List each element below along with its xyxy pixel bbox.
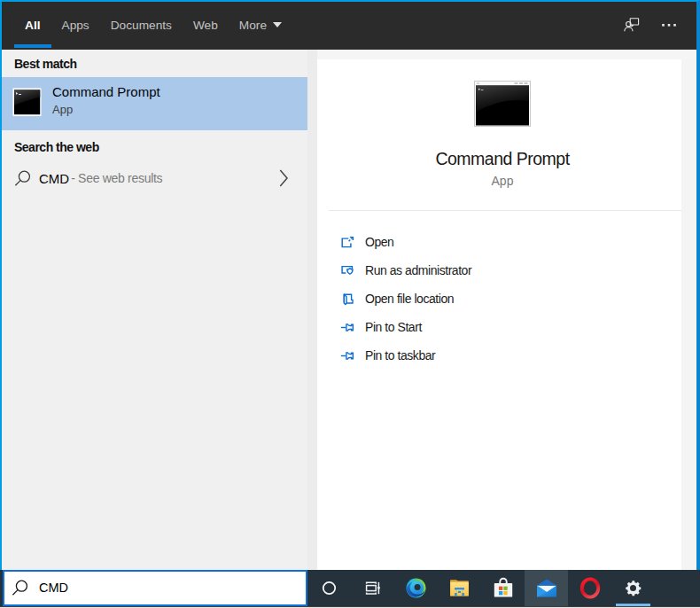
- action-run-as-administrator-label: Run as administrator: [365, 263, 471, 277]
- panel-gutter: [307, 50, 317, 570]
- search-icon: [14, 170, 31, 187]
- tab-all[interactable]: All: [14, 1, 51, 49]
- mail-button[interactable]: [525, 570, 568, 606]
- store-button[interactable]: [481, 570, 525, 606]
- chevron-right-icon: [279, 169, 289, 188]
- tab-web[interactable]: Web: [183, 1, 229, 49]
- store-icon: [492, 577, 515, 599]
- action-open-label: Open: [365, 235, 393, 249]
- settings-button[interactable]: [611, 570, 655, 606]
- search-flyout: All Apps Documents Web More: [0, 0, 700, 570]
- pin-icon: [340, 348, 355, 363]
- tab-apps-label: Apps: [62, 19, 89, 32]
- best-match-header: Best match: [2, 50, 307, 77]
- web-search-query: CMD: [39, 171, 69, 186]
- action-pin-to-start-label: Pin to Start: [365, 320, 422, 334]
- action-list: Open Run as administrator: [317, 228, 688, 370]
- tab-all-label: All: [25, 19, 41, 32]
- taskbar-buttons: [307, 570, 700, 606]
- task-view-button[interactable]: [351, 570, 394, 606]
- action-open-file-location-label: Open file location: [365, 292, 454, 306]
- pin-icon: [340, 320, 355, 335]
- cortana-icon: [322, 581, 337, 596]
- ellipsis-icon[interactable]: [660, 16, 678, 34]
- preview-pane: Command Prompt App O: [317, 59, 696, 570]
- tab-documents-label: Documents: [111, 19, 172, 32]
- action-open[interactable]: Open: [317, 228, 688, 256]
- search-icon: [12, 580, 28, 596]
- windows-search-screen: All Apps Documents Web More: [0, 0, 700, 608]
- action-run-as-administrator[interactable]: Run as administrator: [317, 256, 688, 285]
- tab-documents[interactable]: Documents: [100, 1, 183, 49]
- task-view-icon: [364, 580, 381, 596]
- tab-more[interactable]: More: [229, 1, 292, 49]
- open-file-location-icon: [340, 292, 355, 307]
- search-input-value[interactable]: CMD: [39, 581, 68, 595]
- edge-icon: [405, 577, 427, 599]
- action-open-file-location[interactable]: Open file location: [317, 285, 688, 313]
- file-explorer-button[interactable]: [438, 570, 481, 606]
- open-icon: [340, 235, 355, 250]
- preview-subtitle: App: [492, 174, 514, 188]
- opera-button[interactable]: [568, 570, 611, 606]
- best-match-result[interactable]: Command Prompt App: [2, 77, 307, 130]
- file-explorer-icon: [449, 579, 470, 597]
- web-search-result[interactable]: CMD - See web results: [2, 160, 307, 196]
- best-match-title: Command Prompt: [52, 85, 160, 99]
- search-filter-tabs: All Apps Documents Web More: [2, 1, 292, 49]
- action-pin-to-taskbar-label: Pin to taskbar: [365, 348, 435, 362]
- search-header: All Apps Documents Web More: [2, 2, 696, 50]
- action-pin-to-taskbar[interactable]: Pin to taskbar: [317, 341, 688, 370]
- command-prompt-icon: [12, 88, 42, 117]
- settings-gear-icon: [623, 578, 643, 598]
- best-match-subtitle: App: [52, 104, 160, 116]
- active-tab-underline: [14, 44, 51, 48]
- taskbar: CMD: [0, 570, 700, 606]
- web-search-hint: - See web results: [71, 171, 162, 185]
- action-pin-to-start[interactable]: Pin to Start: [317, 313, 688, 341]
- edge-button[interactable]: [394, 570, 438, 606]
- header-actions: [623, 1, 696, 49]
- tab-apps[interactable]: Apps: [51, 1, 100, 49]
- opera-icon: [579, 577, 601, 599]
- search-the-web-header: Search the web: [2, 133, 307, 160]
- chevron-down-icon: [273, 22, 282, 27]
- preview-title: Command Prompt: [435, 149, 569, 169]
- tab-web-label: Web: [193, 19, 218, 32]
- mail-icon: [534, 577, 559, 599]
- command-prompt-icon-large: [474, 81, 531, 127]
- scrollbar-track[interactable]: [681, 59, 696, 570]
- run-as-admin-icon: [340, 263, 355, 278]
- cortana-button[interactable]: [307, 570, 351, 606]
- preview-content: Command Prompt App O: [317, 59, 696, 370]
- search-body: Best match: [2, 50, 696, 570]
- feedback-icon[interactable]: [623, 16, 641, 34]
- taskbar-search-box[interactable]: CMD: [3, 570, 307, 606]
- results-list: Best match: [2, 50, 307, 570]
- preview-divider: [329, 210, 681, 211]
- tab-more-label: More: [239, 19, 267, 32]
- best-match-text: Command Prompt App: [52, 85, 160, 116]
